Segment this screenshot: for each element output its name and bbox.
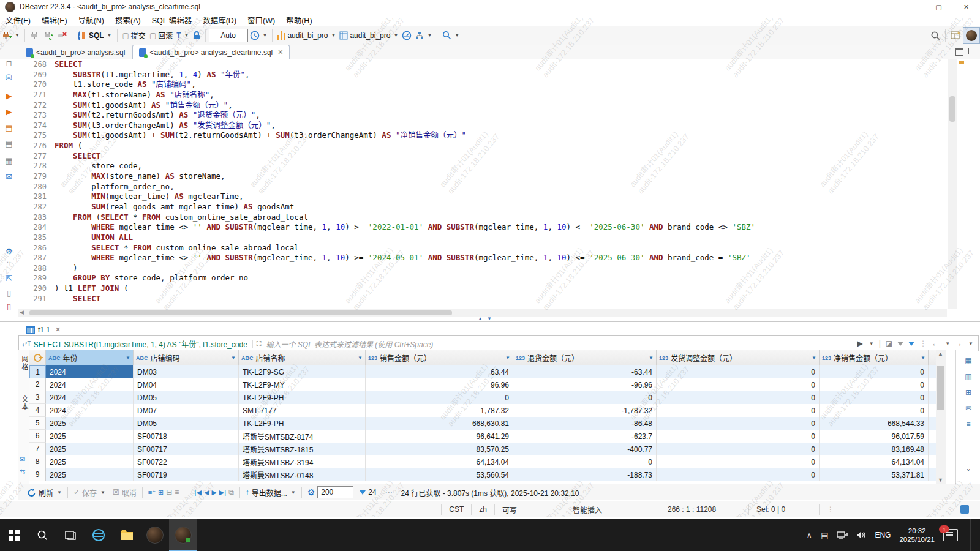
code-line-288[interactable]: 288 ): [18, 263, 947, 274]
scroll-left-arrow-icon[interactable]: ◀: [20, 309, 24, 315]
row-number[interactable]: 9: [29, 468, 46, 481]
code-line-283[interactable]: 283 FROM (SELECT * FROM custom_online_sa…: [18, 212, 947, 223]
refresh-icon[interactable]: [27, 488, 36, 497]
table-row[interactable]: 82025SF00722塔斯曼SMTSBZ-319464,134.040064,…: [29, 455, 936, 468]
column-menu-icon[interactable]: ▼: [921, 355, 925, 361]
erase-filter-icon[interactable]: ◪: [886, 339, 892, 348]
cell[interactable]: 0: [513, 391, 657, 404]
cell[interactable]: 668,630.81: [366, 417, 513, 430]
code-line-274[interactable]: 274 SUM(t3.orderChangeAmt) AS "发货调整金额（元）…: [18, 121, 947, 131]
column-header-4[interactable]: 123退货金额（元）▼: [513, 350, 657, 365]
cell[interactable]: 0: [657, 455, 820, 468]
code-line-271[interactable]: 271 MAX(t1.storeName) AS "店铺名称",: [18, 90, 947, 100]
start-button[interactable]: [0, 519, 28, 551]
caret-position-indicator[interactable]: 266 : 1 : 11208: [660, 504, 748, 515]
scrollbar-thumb[interactable]: [949, 96, 956, 122]
cell[interactable]: 96,641.29: [366, 430, 513, 443]
code-line-291[interactable]: 291 SELECT: [18, 294, 947, 304]
cell[interactable]: DM05: [134, 391, 239, 404]
history-back-icon[interactable]: ←: [932, 339, 939, 348]
chevron-down-icon[interactable]: ▼: [100, 490, 105, 495]
filter-settings-icon[interactable]: [908, 342, 914, 346]
cell[interactable]: TK-L2F9-PH: [239, 417, 366, 430]
menu-item-6[interactable]: 窗口(W): [242, 13, 281, 26]
table-row[interactable]: 62025SF00718塔斯曼SMTSBZ-817496,641.29-623.…: [29, 430, 936, 443]
fetch-size-input[interactable]: 200: [317, 486, 353, 498]
cell[interactable]: -623.7: [513, 430, 657, 443]
calc-panel-icon[interactable]: ≡: [963, 420, 974, 430]
cell[interactable]: 0: [657, 443, 820, 455]
cell[interactable]: 0: [820, 404, 929, 417]
hidden-icons-chevron[interactable]: ∧: [807, 531, 813, 540]
cell[interactable]: 96,017.59: [820, 430, 929, 443]
cancel-button[interactable]: 取消: [122, 487, 137, 498]
chevron-down-icon[interactable]: ▼: [945, 341, 950, 347]
scroll-down-arrow-icon[interactable]: ▼: [938, 477, 943, 483]
row-number[interactable]: 5: [29, 417, 46, 430]
prev-row-icon[interactable]: ◀: [204, 489, 209, 497]
cell[interactable]: 0: [366, 391, 513, 404]
row-number[interactable]: 2: [29, 378, 46, 391]
first-row-icon[interactable]: |◀: [195, 489, 202, 497]
column-header-6[interactable]: 123净销售金额（元）▼: [820, 350, 929, 365]
cell[interactable]: -188.73: [513, 468, 657, 481]
copy-row-icon[interactable]: ⊟: [166, 488, 172, 497]
schema-selector[interactable]: audit_bi_pro ▼: [337, 28, 400, 43]
rollback-button[interactable]: ▢回滚: [148, 28, 175, 43]
view-tab-text[interactable]: 文本: [20, 395, 29, 411]
cell[interactable]: 0: [657, 378, 820, 391]
more-options-icon[interactable]: ∷: [0, 260, 18, 266]
cell[interactable]: 塔斯曼SMTSBZ-3194: [239, 455, 366, 468]
maximize-sash-icon[interactable]: ▲: [478, 317, 483, 321]
editor-results-splitter[interactable]: ▲ ▼: [0, 317, 980, 321]
sql-code-area[interactable]: 268SELECT269 SUBSTR(t1.mgclearTime, 1, 4…: [18, 59, 947, 309]
code-line-284[interactable]: 284 WHERE mgclear_time <> '' AND SUBSTR(…: [18, 222, 947, 233]
results-vertical-scrollbar[interactable]: ▲ ▼: [936, 350, 946, 484]
column-header-2[interactable]: ABC店铺名称▼: [239, 350, 366, 365]
settings-gear-icon[interactable]: ⚙: [0, 247, 18, 256]
row-count-funnel-icon[interactable]: [360, 490, 366, 495]
task-view-button[interactable]: [56, 519, 85, 551]
column-menu-icon[interactable]: ▼: [126, 355, 130, 361]
column-menu-icon[interactable]: ▼: [649, 355, 654, 361]
row-number-header[interactable]: [29, 350, 46, 365]
cell[interactable]: 2025: [46, 455, 134, 468]
row-number[interactable]: 3: [29, 391, 46, 404]
menu-item-0[interactable]: 文件(F): [0, 13, 36, 26]
database-navigator-icon[interactable]: ⛁: [0, 73, 18, 82]
transaction-log-button[interactable]: ▼: [248, 28, 270, 43]
remove-filter-icon[interactable]: [897, 342, 903, 346]
chevron-down-icon[interactable]: ▼: [968, 341, 973, 347]
open-perspective-button[interactable]: [949, 28, 963, 43]
active-perspective-button[interactable]: [963, 27, 980, 44]
maximize-window-button[interactable]: ▢: [925, 0, 952, 13]
script-file-icon[interactable]: ▯: [0, 288, 18, 298]
code-line-270[interactable]: 270 t1.store_code AS "店铺编码",: [18, 80, 947, 90]
cell[interactable]: 0: [657, 417, 820, 430]
table-row[interactable]: 52025DM05TK-L2F9-PH668,630.81-86.480668,…: [29, 417, 936, 430]
references-panel-icon[interactable]: ✉: [963, 404, 974, 414]
quick-search-button[interactable]: ▼: [440, 28, 461, 43]
cell[interactable]: 塔斯曼SMTSBZ-8174: [239, 430, 366, 443]
code-line-268[interactable]: 268SELECT: [18, 59, 947, 70]
code-line-273[interactable]: 273 SUM(t2.returnGoodsAmt) AS "退货金额（元）",: [18, 110, 947, 121]
cell[interactable]: SF00722: [134, 455, 239, 468]
connection-selector[interactable]: audit_bi_pro ▼: [276, 28, 337, 43]
code-line-277[interactable]: 277 SELECT: [18, 151, 947, 162]
table-row[interactable]: 22024DM04TK-L2F9-MY96.96-96.9600: [29, 378, 936, 391]
network-icon[interactable]: [837, 531, 848, 539]
chevron-down-icon[interactable]: ▼: [291, 490, 296, 495]
table-row[interactable]: 12024DM03TK-L2F9-SG63.44-63.4400: [29, 365, 936, 378]
connect-button[interactable]: [28, 28, 42, 43]
column-header-3[interactable]: 123销售金额（元）▼: [366, 350, 513, 365]
value-viewer-icon[interactable]: ▦: [963, 356, 974, 366]
code-line-285[interactable]: 285 UNION ALL: [18, 233, 947, 243]
cell[interactable]: 0: [820, 365, 929, 378]
cell[interactable]: SMT-7177: [239, 404, 366, 417]
action-center-icon[interactable]: 1: [943, 529, 958, 541]
cell[interactable]: -63.44: [513, 365, 657, 378]
transaction-mode-button[interactable]: T̩▼: [175, 28, 190, 43]
cell[interactable]: 塔斯曼SMTSBZ-1815: [239, 443, 366, 455]
cell[interactable]: 2025: [46, 430, 134, 443]
cell[interactable]: 0: [820, 378, 929, 391]
